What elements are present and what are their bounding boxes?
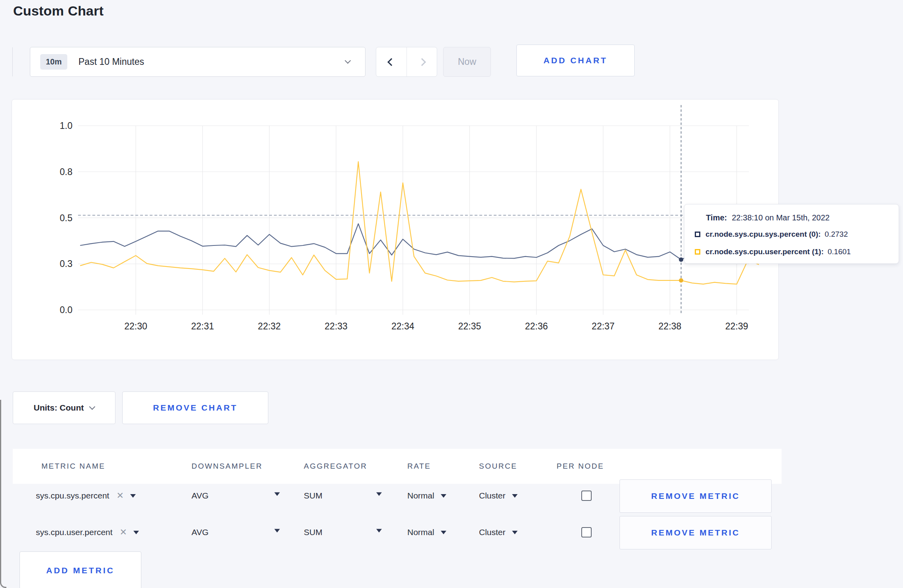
chevron-left-icon [387,58,395,66]
column-header-downsampler: DOWNSAMPLER [192,462,262,471]
per-node-checkbox[interactable] [581,491,592,501]
add-metric-label: ADD METRIC [46,566,115,575]
downsampler-select[interactable]: AVG [192,491,209,500]
dropdown-arrow-icon [441,494,446,498]
column-header-per-node: PER NODE [557,462,604,471]
dropdown-arrow-icon[interactable] [130,494,136,498]
tooltip-series-name: cr.node.sys.cpu.sys.percent (0): [706,230,821,239]
metric-name: sys.cpu.user.percent [36,528,113,537]
svg-text:0.5: 0.5 [60,213,72,223]
add-chart-button[interactable]: ADD CHART [516,45,635,76]
svg-text:22:37: 22:37 [592,321,615,331]
dropdown-arrow-icon[interactable] [376,529,382,533]
now-button[interactable]: Now [443,47,491,77]
svg-text:22:36: 22:36 [525,321,548,331]
downsampler-select[interactable]: AVG [192,528,209,537]
tooltip-series-value: 0.1601 [828,247,851,256]
units-label: Units: Count [34,403,84,413]
column-header-aggregator: AGGREGATOR [304,462,367,471]
source-select[interactable]: Cluster [479,491,518,500]
aggregator-select[interactable]: SUM [304,491,322,500]
tooltip-series-value: 0.2732 [825,230,848,239]
series-swatch-icon [695,249,700,255]
svg-text:22:33: 22:33 [324,321,348,331]
svg-text:0.8: 0.8 [60,167,72,177]
tooltip-entry: cr.node.sys.cpu.user.percent (1): 0.1601 [695,247,851,256]
line-chart[interactable]: 22:3022:3122:3222:3322:3422:3522:3622:37… [12,99,778,360]
time-forward-button[interactable] [407,47,437,76]
rate-value: Normal [407,528,434,537]
rate-select[interactable]: Normal [407,491,446,500]
tooltip-time-label: Time: [706,213,727,222]
chart-card[interactable]: 22:3022:3122:3222:3322:3422:3522:3622:37… [12,99,779,360]
tooltip-series-name: cr.node.sys.cpu.user.percent (1): [706,247,824,256]
page-title: Custom Chart [13,3,104,19]
aggregator-value: SUM [304,491,322,500]
svg-text:22:35: 22:35 [458,321,481,331]
chart-tooltip: Time:22:38:10 on Mar 15th, 2022 cr.node.… [684,204,899,264]
dropdown-arrow-icon[interactable] [376,493,382,496]
aggregator-select[interactable]: SUM [304,528,322,537]
tooltip-time-value: 22:38:10 on Mar 15th, 2022 [732,213,830,222]
metric-name-select[interactable]: sys.cpu.user.percent ✕ [36,527,139,537]
aggregator-value: SUM [304,528,322,537]
dropdown-arrow-icon [512,494,518,498]
add-chart-label: ADD CHART [543,56,608,65]
time-back-button[interactable] [376,47,407,76]
svg-text:1.0: 1.0 [60,121,72,131]
remove-chart-label: REMOVE CHART [153,403,237,413]
add-metric-button[interactable]: ADD METRIC [20,551,141,588]
dropdown-arrow-icon[interactable] [274,529,280,533]
tooltip-entry: cr.node.sys.cpu.sys.percent (0): 0.2732 [695,230,848,239]
source-value: Cluster [479,528,506,537]
clear-metric-icon[interactable]: ✕ [116,491,123,501]
dropdown-arrow-icon [441,531,446,534]
downsampler-value: AVG [192,491,209,500]
column-header-source: SOURCE [479,462,517,471]
rate-select[interactable]: Normal [407,528,446,537]
series-swatch-icon [695,232,700,237]
units-select[interactable]: Units: Count [13,391,115,424]
chevron-right-icon [418,58,426,66]
per-node-checkbox[interactable] [581,527,592,537]
chevron-down-icon [345,58,351,64]
downsampler-value: AVG [192,528,209,537]
remove-metric-label: REMOVE METRIC [651,491,740,501]
dropdown-arrow-icon[interactable] [274,493,280,496]
svg-text:0.3: 0.3 [60,259,72,269]
remove-metric-button[interactable]: REMOVE METRIC [620,516,772,549]
toolbar-divider [12,47,13,76]
source-select[interactable]: Cluster [479,528,518,537]
column-header-metric-name: METRIC NAME [41,462,106,471]
time-range-badge: 10m [40,54,67,70]
table-row: sys.cpu.user.percent ✕ AVG SUM Normal Cl… [13,514,782,551]
time-nav-group [376,47,437,77]
svg-text:22:30: 22:30 [124,321,147,331]
svg-text:22:38: 22:38 [659,321,682,331]
svg-text:22:34: 22:34 [391,321,414,331]
remove-metric-button[interactable]: REMOVE METRIC [620,479,772,513]
clear-metric-icon[interactable]: ✕ [120,527,127,537]
svg-text:22:39: 22:39 [725,321,749,331]
metric-name-select[interactable]: sys.cpu.sys.percent ✕ [36,491,136,501]
table-row: sys.cpu.sys.percent ✕ AVG SUM Normal Clu… [13,477,782,514]
svg-text:22:31: 22:31 [191,321,214,331]
window-edge [0,400,6,588]
time-range-select[interactable]: 10m Past 10 Minutes [30,47,366,77]
dropdown-arrow-icon[interactable] [133,531,139,534]
dropdown-arrow-icon [512,531,518,534]
metric-name: sys.cpu.sys.percent [36,491,109,500]
svg-text:0.0: 0.0 [60,305,72,315]
svg-text:22:32: 22:32 [258,321,281,331]
chevron-down-icon [89,403,96,410]
tooltip-time: Time:22:38:10 on Mar 15th, 2022 [706,213,830,222]
rate-value: Normal [407,491,434,500]
column-header-rate: RATE [407,462,431,471]
remove-metric-label: REMOVE METRIC [651,528,740,537]
remove-chart-button[interactable]: REMOVE CHART [122,391,268,424]
source-value: Cluster [479,491,506,500]
time-range-label: Past 10 Minutes [78,56,144,67]
